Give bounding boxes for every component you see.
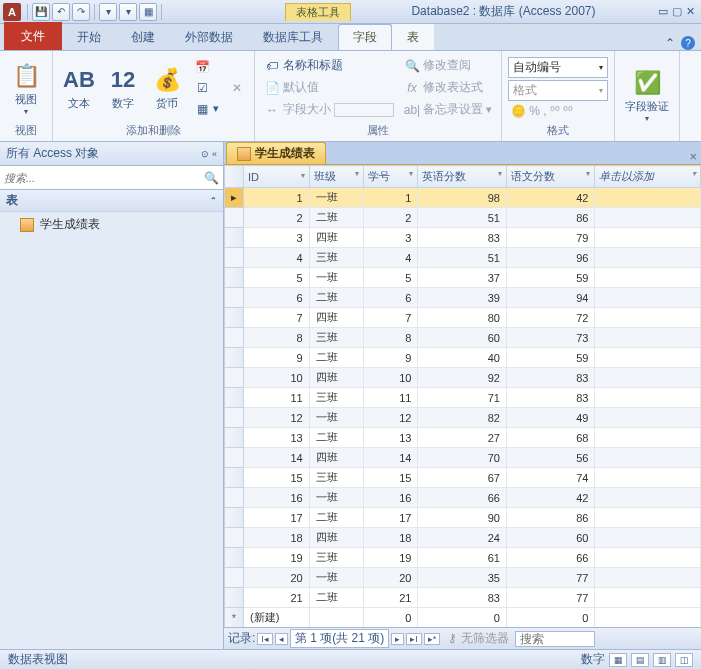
doc-tab[interactable]: 学生成绩表 — [226, 142, 326, 164]
nav-search[interactable]: 🔍 — [0, 166, 223, 190]
nav-group-tables[interactable]: 表⌃ — [0, 190, 223, 212]
table-row[interactable]: ▸1一班19842 — [225, 188, 701, 208]
table-row[interactable]: 7四班78072 — [225, 308, 701, 328]
app-icon: A — [3, 3, 21, 21]
nav-new[interactable]: ▸* — [424, 633, 441, 645]
field-size-btn: ↔字段大小 — [261, 100, 397, 119]
tab-dbtools[interactable]: 数据库工具 — [248, 24, 338, 50]
table-row[interactable]: 5一班53759 — [225, 268, 701, 288]
table-row[interactable]: 16一班166642 — [225, 488, 701, 508]
search-input[interactable] — [4, 172, 204, 184]
table-row[interactable]: 9二班94059 — [225, 348, 701, 368]
check-icon: ☑ — [194, 80, 210, 96]
text-icon: AB — [63, 64, 95, 96]
column-header[interactable]: ID ▾ — [244, 166, 310, 188]
group-format-label: 格式 — [508, 122, 608, 139]
view-other1[interactable]: ▥ — [653, 653, 671, 667]
yesno-btn[interactable]: ☑ — [191, 79, 222, 97]
view-button[interactable]: 📋视图▾ — [6, 58, 46, 118]
datatype-combo[interactable]: 自动编号▾ — [508, 57, 608, 78]
table-row[interactable]: 14四班147056 — [225, 448, 701, 468]
group-properties-label: 属性 — [261, 122, 495, 139]
collapse-icon: ⌃ — [210, 196, 217, 205]
column-header[interactable]: 班级 ▾ — [309, 166, 363, 188]
view-design[interactable]: ▤ — [631, 653, 649, 667]
data-grid[interactable]: ID ▾班级 ▾学号 ▾英语分数 ▾语文分数 ▾单击以添加 ▾ ▸1一班1984… — [224, 165, 701, 627]
column-header[interactable]: 语文分数 ▾ — [506, 166, 595, 188]
table-row[interactable]: 4三班45196 — [225, 248, 701, 268]
nav-last[interactable]: ▸I — [406, 633, 422, 645]
validation-icon: ✅ — [631, 67, 663, 99]
column-header[interactable]: 英语分数 ▾ — [418, 166, 507, 188]
text-button[interactable]: AB文本 — [59, 62, 99, 113]
table-row[interactable]: 13二班132768 — [225, 428, 701, 448]
window-controls[interactable]: ▭▢✕ — [656, 5, 697, 18]
close-tab-button[interactable]: × — [689, 149, 697, 164]
tab-home[interactable]: 开始 — [62, 24, 116, 50]
format-combo[interactable]: 格式▾ — [508, 80, 608, 101]
default-btn: 📄默认值 — [261, 78, 397, 97]
nav-next[interactable]: ▸ — [391, 633, 404, 645]
table-row[interactable]: 10四班109283 — [225, 368, 701, 388]
qat-btn-2[interactable]: ▾ — [119, 3, 137, 21]
table-row[interactable]: 18四班182460 — [225, 528, 701, 548]
table-row[interactable]: 15三班156774 — [225, 468, 701, 488]
table-row[interactable]: 17二班179086 — [225, 508, 701, 528]
qat-undo[interactable]: ↶ — [52, 3, 70, 21]
tab-table[interactable]: 表 — [392, 24, 434, 50]
table-row[interactable]: 11三班117183 — [225, 388, 701, 408]
name-title-btn[interactable]: 🏷名称和标题 — [261, 56, 397, 75]
table-row[interactable]: 3四班38379 — [225, 228, 701, 248]
tab-create[interactable]: 创建 — [116, 24, 170, 50]
table-row[interactable]: 12一班128249 — [225, 408, 701, 428]
fx-icon: fx — [404, 80, 420, 96]
table-row[interactable]: 8三班86073 — [225, 328, 701, 348]
table-icon — [20, 218, 34, 232]
document-area: 学生成绩表 × ID ▾班级 ▾学号 ▾英语分数 ▾语文分数 ▾单击以添加 ▾ … — [224, 142, 701, 649]
more-btn[interactable]: ▦▾ — [191, 100, 222, 118]
calendar-icon: 📅 — [194, 59, 210, 75]
datetime-btn[interactable]: 📅 — [191, 58, 222, 76]
currency-icon: 💰 — [151, 64, 183, 96]
view-other2[interactable]: ◫ — [675, 653, 693, 667]
qat-redo[interactable]: ↷ — [72, 3, 90, 21]
number-icon: 12 — [107, 64, 139, 96]
record-navigator[interactable]: 记录: I◂ ◂ 第 1 项(共 21 项) ▸ ▸I ▸* ⚷ 无筛选器 — [224, 627, 701, 649]
tab-external[interactable]: 外部数据 — [170, 24, 248, 50]
table-row[interactable]: 21二班218377 — [225, 588, 701, 608]
qat-btn-3[interactable]: ▦ — [139, 3, 157, 21]
view-datasheet[interactable]: ▦ — [609, 653, 627, 667]
currency-button[interactable]: 💰货币 — [147, 62, 187, 113]
modify-expr-btn: fx修改表达式 — [401, 78, 495, 97]
group-validation-label — [621, 137, 673, 139]
nav-header[interactable]: 所有 Access 对象⊙ « — [0, 142, 223, 166]
nav-position[interactable]: 第 1 项(共 21 项) — [290, 629, 389, 648]
search-icon[interactable]: 🔍 — [204, 171, 219, 185]
delete-btn[interactable]: ✕ — [226, 79, 248, 97]
ribbon-min-icon[interactable]: ⌃ — [665, 36, 675, 50]
delete-icon: ✕ — [229, 80, 245, 96]
tab-fields[interactable]: 字段 — [338, 24, 392, 50]
number-button[interactable]: 12数字 — [103, 62, 143, 113]
nav-item-student-scores[interactable]: 学生成绩表 — [0, 212, 223, 237]
chevron-icon: ⊙ « — [201, 149, 217, 159]
nav-first[interactable]: I◂ — [257, 633, 273, 645]
tab-file[interactable]: 文件 — [4, 22, 62, 50]
help-icon[interactable]: ? — [681, 36, 695, 50]
record-search[interactable] — [515, 631, 595, 647]
table-row[interactable]: 19三班196166 — [225, 548, 701, 568]
filter-indicator[interactable]: ⚷ 无筛选器 — [448, 630, 508, 647]
more-icon: ▦ — [194, 101, 210, 117]
modify-lookup-btn: 🔍修改查阅 — [401, 56, 495, 75]
column-header[interactable]: 学号 ▾ — [364, 166, 418, 188]
view-icon: 📋 — [10, 60, 42, 92]
nav-prev[interactable]: ◂ — [275, 633, 288, 645]
table-row[interactable]: 20一班203577 — [225, 568, 701, 588]
table-row[interactable]: 2二班25186 — [225, 208, 701, 228]
validation-button[interactable]: ✅字段验证▾ — [621, 65, 673, 125]
qat-save[interactable]: 💾 — [32, 3, 50, 21]
table-row[interactable]: 6二班63994 — [225, 288, 701, 308]
qat-btn-1[interactable]: ▾ — [99, 3, 117, 21]
column-header[interactable]: 单击以添加 ▾ — [595, 166, 701, 188]
format-opts: 🪙 % , ⁰⁰ ⁰⁰ — [508, 103, 608, 119]
